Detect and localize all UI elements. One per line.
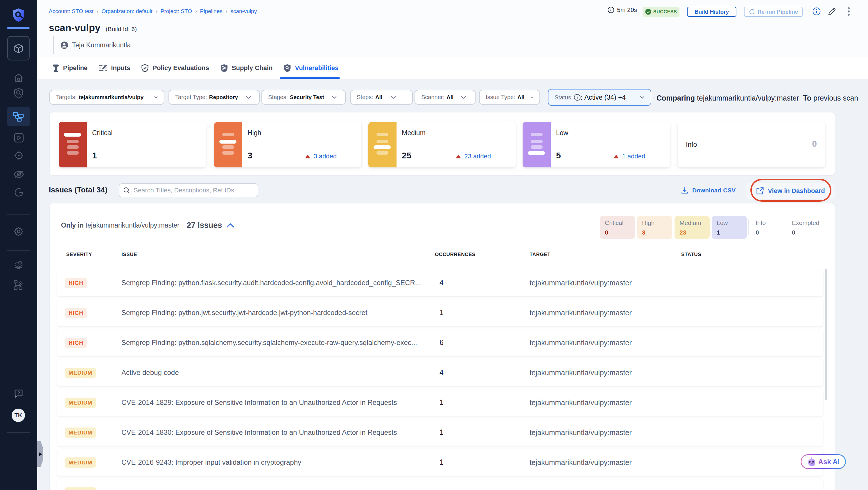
svg-text:?: ? bbox=[18, 391, 20, 395]
